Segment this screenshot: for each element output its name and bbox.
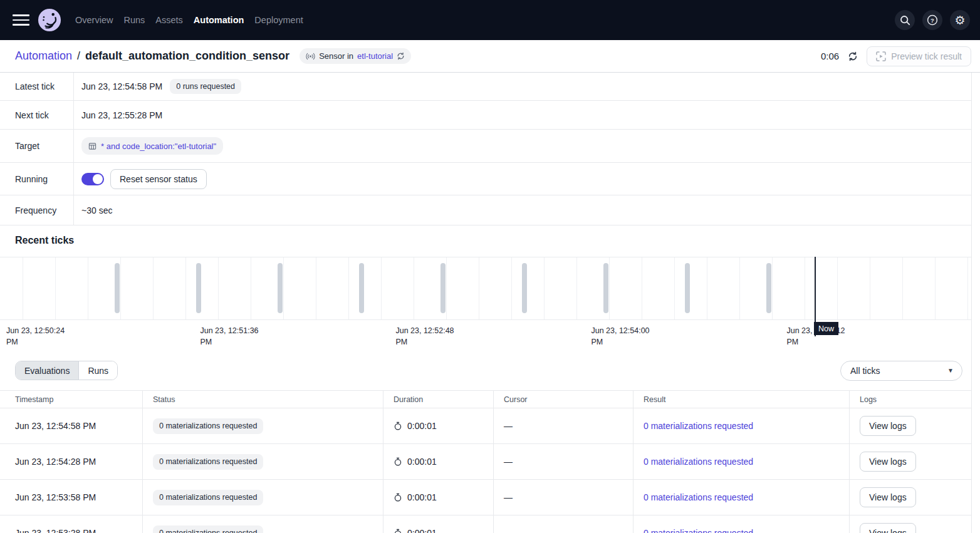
code-location-link[interactable]: etl-tutorial <box>357 51 393 61</box>
col-header-timestamp: Timestamp <box>0 391 142 408</box>
duration-value: 0:00:01 <box>407 492 437 502</box>
timeline-gridline <box>870 257 870 319</box>
view-segmented-control: Evaluations Runs <box>15 361 118 380</box>
timeline-gridline <box>348 257 349 319</box>
timeline-gridline <box>707 257 707 319</box>
tick-bar[interactable] <box>115 263 120 313</box>
dagster-logo-icon <box>38 8 61 32</box>
asset-selection-link[interactable]: * and code_location:"etl-tutorial" <box>81 137 223 155</box>
cursor-value: — <box>504 528 513 533</box>
tick-bar[interactable] <box>522 263 527 313</box>
tick-filter-dropdown[interactable]: All ticks ▼ <box>840 361 962 381</box>
breadcrumb-automation-link[interactable]: Automation <box>15 49 72 63</box>
timeline-gridline <box>55 257 56 319</box>
timestamp-cell: Jun 23, 12:54:58 PM <box>0 408 142 443</box>
detail-label: Target <box>0 130 74 162</box>
tick-bar[interactable] <box>359 263 364 313</box>
tick-bar[interactable] <box>603 263 608 313</box>
tick-bar[interactable] <box>766 263 771 313</box>
status-badge: 0 materializations requested <box>153 454 263 470</box>
runs-requested-badge: 0 runs requested <box>170 79 241 94</box>
view-logs-button[interactable]: View logs <box>860 416 916 436</box>
detail-label: Running <box>0 163 74 195</box>
detail-row-frequency: Frequency ~30 sec <box>0 195 971 225</box>
frequency-value: ~30 sec <box>81 205 112 215</box>
main-content: Latest tick Jun 23, 12:54:58 PM 0 runs r… <box>0 73 972 533</box>
tick-bar[interactable] <box>196 263 201 313</box>
stopwatch-icon <box>394 422 402 430</box>
tick-bar[interactable] <box>440 263 446 313</box>
timeline-gridline <box>316 257 316 319</box>
nav-actions: ? ⚙ <box>895 10 970 30</box>
timeline-axis-label: Jun 23, 12:50:24PM <box>6 325 65 348</box>
sensor-location-badge: Sensor in etl-tutorial <box>300 48 411 64</box>
table-row: Jun 23, 12:53:28 PM 0 materializations r… <box>0 515 971 533</box>
cursor-value: — <box>504 421 513 431</box>
result-link[interactable]: 0 materializations requested <box>644 492 753 502</box>
page-header: Automation / default_automation_conditio… <box>0 40 980 73</box>
running-toggle[interactable] <box>81 173 104 185</box>
timeline-axis-label: Jun 23, 12:52:48PM <box>395 325 454 348</box>
table-row: Jun 23, 12:54:28 PM 0 materializations r… <box>0 444 971 480</box>
tick-bar[interactable] <box>685 263 690 313</box>
timeline-gridline <box>772 257 773 319</box>
tick-filter-value: All ticks <box>850 366 880 376</box>
timeline-gridline <box>902 257 903 319</box>
view-logs-button[interactable]: View logs <box>860 452 916 472</box>
timeline-gridline <box>576 257 577 319</box>
page-title: default_automation_condition_sensor <box>85 49 289 63</box>
nav-item-runs[interactable]: Runs <box>123 15 145 25</box>
view-logs-button[interactable]: View logs <box>860 487 916 507</box>
latest-tick-value: Jun 23, 12:54:58 PM <box>81 81 162 91</box>
timeline-gridline <box>120 257 121 319</box>
col-header-status: Status <box>142 391 383 408</box>
help-button[interactable]: ? <box>922 10 942 30</box>
result-link[interactable]: 0 materializations requested <box>644 457 753 467</box>
timeline-gridline <box>805 257 805 319</box>
refresh-icon[interactable] <box>397 52 405 60</box>
settings-button[interactable]: ⚙ <box>950 10 970 30</box>
timestamp-cell: Jun 23, 12:54:28 PM <box>0 444 142 479</box>
duration-value: 0:00:01 <box>407 457 437 467</box>
stopwatch-icon <box>394 457 402 466</box>
search-button[interactable] <box>895 10 915 30</box>
stopwatch-icon <box>394 493 402 502</box>
sensor-badge-prefix: Sensor in <box>319 51 353 61</box>
detail-label: Frequency <box>0 195 74 225</box>
reset-sensor-status-button[interactable]: Reset sensor status <box>110 169 207 189</box>
result-link[interactable]: 0 materializations requested <box>644 528 753 533</box>
timeline-gridline <box>479 257 479 319</box>
timeline-gridline <box>642 257 642 319</box>
nav-item-automation[interactable]: Automation <box>194 15 244 25</box>
now-badge: Now <box>814 322 838 335</box>
col-header-cursor: Cursor <box>493 391 633 408</box>
nav-item-deployment[interactable]: Deployment <box>254 15 303 25</box>
hamburger-menu-icon[interactable] <box>13 10 33 30</box>
dagster-logo[interactable] <box>38 8 61 32</box>
timeline-gridline <box>185 257 186 319</box>
timeline-gridline <box>739 257 740 319</box>
status-badge: 0 materializations requested <box>153 490 263 505</box>
status-badge: 0 materializations requested <box>153 525 263 533</box>
evaluations-table: Timestamp Status Duration Cursor Result … <box>0 390 971 533</box>
sensor-details: Latest tick Jun 23, 12:54:58 PM 0 runs r… <box>0 73 971 225</box>
view-logs-button[interactable]: View logs <box>860 523 916 533</box>
nav-item-assets[interactable]: Assets <box>155 15 183 25</box>
preview-tick-icon <box>876 51 886 61</box>
timestamp-cell: Jun 23, 12:53:28 PM <box>0 515 142 533</box>
next-tick-value: Jun 23, 12:55:28 PM <box>81 110 162 120</box>
preview-tick-result-button[interactable]: Preview tick result <box>867 46 971 66</box>
refresh-countdown: 0:06 <box>821 51 839 61</box>
duration-value: 0:00:01 <box>407 528 437 533</box>
result-link[interactable]: 0 materializations requested <box>644 421 753 431</box>
detail-row-latest-tick: Latest tick Jun 23, 12:54:58 PM 0 runs r… <box>0 73 971 101</box>
tab-runs[interactable]: Runs <box>78 361 117 380</box>
refresh-button[interactable] <box>848 51 858 61</box>
tab-evaluations[interactable]: Evaluations <box>16 361 78 380</box>
header-actions: 0:06 Preview tick result <box>821 46 971 66</box>
nav-item-overview[interactable]: Overview <box>75 15 113 25</box>
timeline-gridline <box>544 257 545 319</box>
stopwatch-icon <box>394 529 402 533</box>
tick-bar[interactable] <box>278 263 283 313</box>
detail-row-running: Running Reset sensor status <box>0 163 971 195</box>
